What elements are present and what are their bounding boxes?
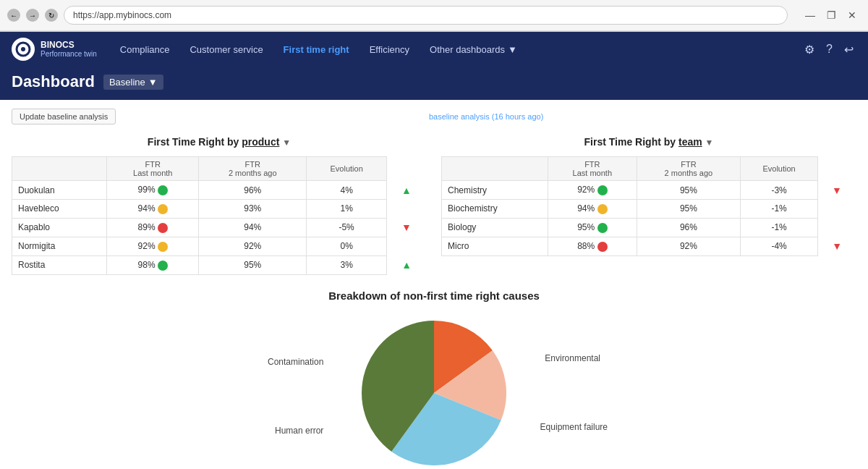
nav-customer-service[interactable]: Customer service	[181, 41, 271, 58]
pie-label-equipment-failure: Equipment failure	[540, 422, 608, 432]
baseline-info: baseline analysis (16 hours ago)	[116, 112, 856, 121]
page-title: Dashboard	[12, 72, 95, 91]
update-baseline-button[interactable]: Update baseline analysis	[12, 109, 116, 124]
baseline-dropdown-icon: ▼	[148, 77, 158, 88]
refresh-button[interactable]: ↻	[45, 9, 58, 22]
help-icon[interactable]: ?	[823, 40, 835, 59]
product-ftr-prev: 92%	[199, 237, 307, 255]
product-ftr-prev: 95%	[199, 255, 307, 274]
product-evolution: 1%	[307, 200, 387, 219]
team-chart-section: First Time Right by team ▼ FTRLast month…	[441, 136, 856, 275]
main-nav: Compliance Customer service First time r…	[111, 41, 801, 58]
team-name: Biology	[442, 218, 548, 237]
baseline-label: Baseline	[109, 77, 145, 88]
product-table-row: Normigita 92% 92% 0%	[12, 237, 427, 255]
product-evolution: 3%	[307, 255, 387, 274]
product-ftr-last: 99%	[107, 181, 199, 200]
forward-button[interactable]: →	[26, 9, 39, 22]
product-col-name	[12, 157, 107, 181]
product-col-ftr-last: FTRLast month	[107, 157, 199, 181]
pie-container: Contamination Environmental Human error …	[12, 313, 856, 469]
product-table-row: Havebleco 94% 93% 1%	[12, 200, 427, 219]
window-controls: — ❐ ✕	[801, 8, 861, 22]
product-filter-icon[interactable]: ▼	[282, 138, 291, 148]
product-evolution: 4%	[307, 181, 387, 200]
nav-compliance[interactable]: Compliance	[111, 41, 179, 58]
team-arrow	[818, 218, 856, 237]
team-table-row: Micro 88% 92% -4% ▼	[442, 237, 856, 255]
product-arrow: ▼	[387, 218, 427, 237]
team-evolution: -3%	[741, 181, 818, 200]
product-name: Duokulan	[12, 181, 107, 200]
team-underline: team	[678, 136, 702, 148]
nav-first-time-right[interactable]: First time right	[275, 41, 358, 58]
logo-icon	[12, 38, 35, 61]
team-arrow: ▼	[818, 181, 856, 200]
team-col-ftr-prev: FTR2 months ago	[637, 157, 741, 181]
logo-text: BINOCS Performance twin	[41, 40, 97, 59]
header-icons: ⚙ ? ↩	[801, 40, 856, 59]
product-table-row: Rostita 98% 95% 3% ▲	[12, 255, 427, 274]
product-col-arrow	[387, 157, 427, 181]
product-name: Rostita	[12, 255, 107, 274]
team-evolution: -1%	[741, 218, 818, 237]
product-evolution: -5%	[307, 218, 387, 237]
product-col-ftr-prev: FTR2 months ago	[199, 157, 307, 181]
back-button[interactable]: ←	[7, 9, 20, 22]
team-evolution: -4%	[741, 237, 818, 255]
nav-other-dashboards[interactable]: Other dashboards ▼	[421, 41, 526, 58]
team-chart-title: First Time Right by team ▼	[441, 136, 856, 148]
team-col-evolution: Evolution	[741, 157, 818, 181]
product-chart-title: First Time Right by product ▼	[12, 136, 427, 148]
team-col-name	[442, 157, 548, 181]
team-table-row: Biochemistry 94% 95% -1%	[442, 200, 856, 219]
top-bar: Update baseline analysis baseline analys…	[12, 109, 856, 124]
charts-row: First Time Right by product ▼ FTRLast mo…	[12, 136, 856, 275]
product-col-evolution: Evolution	[307, 157, 387, 181]
pie-title: Breakdown of non-first time right causes	[12, 290, 856, 302]
product-table: FTRLast month FTR2 months ago Evolution …	[12, 156, 427, 275]
team-name: Chemistry	[442, 181, 548, 200]
product-name: Kapablo	[12, 218, 107, 237]
main-content: Update baseline analysis baseline analys…	[0, 100, 868, 469]
nav-efficiency[interactable]: Efficiency	[361, 41, 418, 58]
team-name: Biochemistry	[442, 200, 548, 219]
team-col-arrow	[818, 157, 856, 181]
team-ftr-prev: 92%	[637, 237, 741, 255]
product-arrow: ▲	[387, 255, 427, 274]
settings-icon[interactable]: ⚙	[801, 40, 817, 59]
team-ftr-last: 94%	[548, 200, 637, 219]
user-icon[interactable]: ↩	[841, 40, 856, 59]
browser-chrome: ← → ↻ — ❐ ✕	[0, 0, 868, 32]
team-filter-icon[interactable]: ▼	[705, 138, 714, 148]
team-table: FTRLast month FTR2 months ago Evolution …	[441, 156, 856, 256]
product-ftr-last: 92%	[107, 237, 199, 255]
product-ftr-prev: 94%	[199, 218, 307, 237]
product-table-row: Kapablo 89% 94% -5% ▼	[12, 218, 427, 237]
team-arrow: ▼	[818, 237, 856, 255]
team-ftr-prev: 95%	[637, 200, 741, 219]
product-ftr-prev: 93%	[199, 200, 307, 219]
product-chart-section: First Time Right by product ▼ FTRLast mo…	[12, 136, 427, 275]
team-ftr-last: 95%	[548, 218, 637, 237]
team-ftr-prev: 95%	[637, 181, 741, 200]
product-underline: product	[242, 136, 279, 148]
team-table-row: Biology 95% 96% -1%	[442, 218, 856, 237]
browser-toolbar: ← → ↻ — ❐ ✕	[0, 0, 868, 31]
pie-label-human-error: Human error	[275, 426, 323, 436]
team-ftr-last: 92%	[548, 181, 637, 200]
pie-wrapper: Contamination Environmental Human error …	[253, 313, 615, 469]
pie-section: Breakdown of non-first time right causes…	[12, 290, 856, 469]
maximize-button[interactable]: ❐	[822, 8, 841, 22]
address-bar[interactable]	[64, 6, 788, 25]
team-evolution: -1%	[741, 200, 818, 219]
pie-label-contamination: Contamination	[268, 357, 323, 367]
baseline-button[interactable]: Baseline ▼	[103, 75, 163, 90]
close-button[interactable]: ✕	[843, 8, 861, 22]
team-name: Micro	[442, 237, 548, 255]
product-arrow: ▲	[387, 181, 427, 200]
minimize-button[interactable]: —	[801, 8, 820, 22]
product-name: Normigita	[12, 237, 107, 255]
product-evolution: 0%	[307, 237, 387, 255]
product-ftr-last: 94%	[107, 200, 199, 219]
